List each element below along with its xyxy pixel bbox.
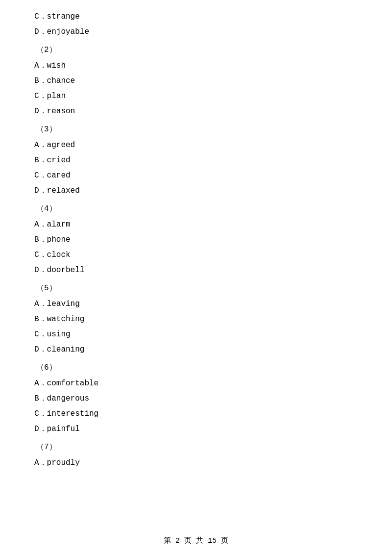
option-d-cleaning: D．cleaning [34, 343, 358, 357]
option-a-agreed: A．agreed [34, 138, 358, 152]
option-b-dangerous: B．dangerous [34, 392, 358, 406]
question-4: （4） [34, 202, 358, 216]
option-b-cried: B．cried [34, 153, 358, 168]
question-6: （6） [34, 361, 358, 375]
option-c-strange: C．strange [34, 10, 358, 24]
option-c-plan: C．plan [34, 89, 358, 103]
question-2: （2） [34, 43, 358, 57]
option-c-cared: C．cared [34, 169, 358, 183]
option-c-clock: C．clock [34, 248, 358, 262]
option-d-doorbell: D．doorbell [34, 263, 358, 278]
option-a-proudly: A．proudly [34, 456, 358, 470]
option-c-using: C．using [34, 328, 358, 342]
option-c-interesting: C．interesting [34, 407, 358, 421]
option-b-chance: B．chance [34, 74, 358, 88]
question-5: （5） [34, 281, 358, 296]
option-a-leaving: A．leaving [34, 297, 358, 311]
option-a-alarm: A．alarm [34, 218, 358, 232]
option-d-painful: D．painful [34, 422, 358, 436]
question-7: （7） [34, 440, 358, 454]
option-b-watching: B．watching [34, 312, 358, 327]
option-d-relaxed: D．relaxed [34, 184, 358, 198]
main-content: C．strange D．enjoyable （2） A．wish B．chanc… [0, 0, 392, 501]
page-footer: 第 2 页 共 15 页 [0, 536, 392, 545]
option-b-phone: B．phone [34, 233, 358, 247]
question-3: （3） [34, 123, 358, 137]
option-d-enjoyable: D．enjoyable [34, 25, 358, 39]
option-a-wish: A．wish [34, 59, 358, 73]
option-a-comfortable: A．comfortable [34, 377, 358, 391]
option-d-reason: D．reason [34, 104, 358, 119]
